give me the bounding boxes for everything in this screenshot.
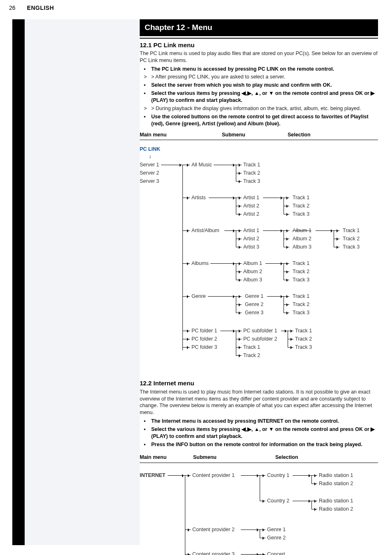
main-wrap: Chapter 12 - Menu 12.1 PC Link menu The … <box>12 19 392 555</box>
connector <box>185 475 191 476</box>
subfolder-item: Track 1 <box>243 344 260 351</box>
connector <box>236 214 242 214</box>
artist-item: Artist 1 <box>243 194 259 201</box>
track-item: Track 1 <box>343 227 360 234</box>
folder-item: PC folder 3 <box>191 344 217 351</box>
connector <box>236 247 242 247</box>
th-sub: Submenu <box>222 131 288 138</box>
album-item: Album 3 <box>243 276 262 283</box>
connector <box>288 331 293 331</box>
connector <box>284 239 289 239</box>
connector <box>241 475 260 476</box>
connector <box>284 247 289 247</box>
connector <box>185 554 191 555</box>
connector <box>284 263 289 264</box>
section-12-1-intro: The PC Link menu is used to play audio f… <box>140 50 378 64</box>
connector <box>236 280 242 280</box>
sub-bullet: > During playback the display gives info… <box>140 105 378 112</box>
connector <box>281 331 288 331</box>
rule <box>140 38 378 39</box>
connector <box>209 198 236 198</box>
internet-table-header: Main menu Submenu Selection <box>140 454 378 463</box>
sub-bullet: > After pressing PC LINK, you are asked … <box>140 74 378 81</box>
connector <box>220 331 236 331</box>
connector <box>260 554 265 555</box>
connector <box>293 475 311 476</box>
track-item: Track 1 <box>293 194 309 201</box>
track-item: Track 3 <box>293 309 309 316</box>
connector <box>236 296 242 297</box>
sub-bullet-text: During playback the display gives inform… <box>156 106 361 111</box>
radio-item: Radio station 1 <box>319 497 353 504</box>
provider-item: Content provider 3 <box>192 551 235 555</box>
genre-item: Genre 1 <box>245 293 263 300</box>
connector <box>236 339 242 339</box>
connector <box>168 475 185 476</box>
connector <box>210 263 236 264</box>
track-item: Track 2 <box>293 268 309 275</box>
provider-item: Content provider 1 <box>192 472 235 479</box>
bullet: Select the server from which you wish to… <box>140 82 378 89</box>
track-item: Track 2 <box>295 336 312 343</box>
section-12-2-heading: 12.2 Internet menu <box>140 379 378 387</box>
section-12-2-intro: The Internet menu is used to play music … <box>140 389 378 417</box>
connector <box>236 173 242 173</box>
connector <box>185 530 191 530</box>
subfolder-item: Track 2 <box>243 352 260 359</box>
connector <box>236 313 242 313</box>
connector <box>260 538 265 538</box>
bullet: Use the colored buttons on the remote co… <box>140 113 378 127</box>
artist-item: Artist 2 <box>243 211 259 218</box>
folder-item: PC folder 2 <box>191 336 217 343</box>
server-item: Server 1 <box>140 161 159 168</box>
internet-diagram: INTERNET Content provider 1 Country 1 Ra… <box>140 469 378 555</box>
page-header: 26 ENGLISH <box>0 0 392 19</box>
connector <box>236 355 242 356</box>
connector <box>260 475 265 476</box>
radio-item: Radio station 1 <box>319 472 353 479</box>
album-item: Album 2 <box>243 268 262 275</box>
connector <box>263 198 284 198</box>
radio-item: Radio station 2 <box>319 480 353 487</box>
connector <box>236 198 242 198</box>
connector <box>214 165 236 165</box>
th-sub: Submenu <box>193 454 275 461</box>
server-item: Server 3 <box>140 178 159 185</box>
connector <box>284 296 289 297</box>
connector <box>284 280 289 280</box>
connector <box>182 296 190 297</box>
server-item: Server 2 <box>140 170 159 177</box>
country-item: Country 1 <box>267 472 289 479</box>
th-main: Main menu <box>140 454 193 461</box>
subfolder-item: PC subfolder 1 <box>243 327 277 334</box>
album-item: Album 1 <box>243 260 262 267</box>
genre-item: Genre 1 <box>267 526 286 533</box>
connector <box>288 347 293 348</box>
folder-item: PC folder 1 <box>191 327 217 334</box>
connector <box>293 501 311 501</box>
connector <box>288 339 293 339</box>
album-item: Album 1 <box>293 227 311 234</box>
connector <box>182 339 190 339</box>
side-tab <box>12 19 25 545</box>
connector <box>182 165 190 165</box>
bullet: The Internet menu is accessed by pressin… <box>140 418 378 425</box>
bullet: Select the various items by pressing ◀,▶… <box>140 90 378 104</box>
submenu-item: All Music <box>191 161 212 168</box>
connector <box>284 230 289 231</box>
connector <box>161 165 182 165</box>
section-12-2-bullets: The Internet menu is accessed by pressin… <box>140 418 378 448</box>
country-item: Country 2 <box>267 497 289 504</box>
submenu-item: Artist/Album <box>191 227 219 234</box>
radio-item: Radio station 2 <box>319 506 353 513</box>
connector <box>241 530 260 530</box>
connector <box>267 296 284 297</box>
bullet: Press the INFO button on the remote cont… <box>140 441 378 448</box>
connector <box>182 263 190 264</box>
connector <box>182 230 190 231</box>
submenu-item: Genre <box>191 293 206 300</box>
track-item: Track 3 <box>343 244 360 251</box>
connector <box>236 230 242 231</box>
track-item: Track 1 <box>293 293 309 300</box>
connector <box>284 313 289 313</box>
